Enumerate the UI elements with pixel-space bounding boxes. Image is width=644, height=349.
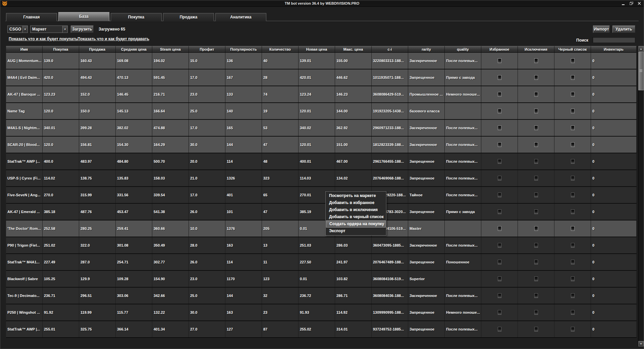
- column-header-buy[interactable]: Покупка: [43, 46, 79, 53]
- vertical-scrollbar[interactable]: ▲ ▼: [638, 46, 643, 346]
- column-header-new-price[interactable]: Новая цена: [299, 46, 335, 53]
- blacklist-checkbox[interactable]: [571, 293, 575, 298]
- minimize-icon[interactable]: [621, 1, 626, 6]
- exclusion-checkbox[interactable]: [534, 193, 538, 197]
- favorite-checkbox[interactable]: [498, 58, 501, 63]
- blacklist-checkbox[interactable]: [571, 243, 575, 248]
- favorite-checkbox[interactable]: [498, 109, 501, 113]
- favorite-checkbox[interactable]: [498, 92, 501, 97]
- favorite-checkbox[interactable]: [498, 176, 501, 181]
- favorite-checkbox[interactable]: [498, 277, 501, 281]
- exclusion-checkbox[interactable]: [534, 260, 538, 264]
- column-header-sell[interactable]: Продажа: [79, 46, 116, 53]
- load-button[interactable]: Загрузить: [71, 26, 94, 33]
- exclusion-checkbox[interactable]: [534, 327, 538, 332]
- blacklist-checkbox[interactable]: [571, 109, 575, 113]
- blacklist-checkbox[interactable]: [571, 310, 575, 315]
- table-row[interactable]: 'The Doctor' Rom...252.58280.25259.41360…: [6, 220, 637, 237]
- table-row[interactable]: P250 | Wingshot ...91.92119.99115.77132.…: [6, 304, 637, 321]
- exclusion-checkbox[interactable]: [534, 176, 538, 181]
- column-header-avg[interactable]: Средняя цена: [116, 46, 152, 53]
- table-row[interactable]: SCAR-20 | Blood...120.0156.81154.30164.2…: [6, 137, 637, 153]
- favorite-checkbox[interactable]: [498, 327, 501, 332]
- column-header-quality[interactable]: quality: [445, 46, 481, 53]
- blacklist-checkbox[interactable]: [571, 176, 575, 181]
- table-row[interactable]: StatTrak™ AWP |...400.0483.97484.80500.7…: [6, 153, 637, 170]
- column-header-favorite[interactable]: Избранное: [481, 46, 518, 53]
- column-header-name[interactable]: Имя: [6, 46, 43, 53]
- exclusion-checkbox[interactable]: [534, 109, 538, 113]
- favorite-checkbox[interactable]: [498, 142, 501, 147]
- table-row[interactable]: P90 | Trigon (Fiel...251.02322.0301.0835…: [6, 237, 637, 254]
- column-header-max-price[interactable]: Макс. цена: [335, 46, 372, 53]
- blacklist-checkbox[interactable]: [571, 327, 575, 332]
- favorite-checkbox[interactable]: [498, 260, 501, 264]
- favorite-checkbox[interactable]: [498, 310, 501, 315]
- favorite-checkbox[interactable]: [498, 193, 501, 197]
- table-row[interactable]: AUG | Momentum...139.0160.43169.08194.02…: [6, 53, 637, 69]
- menu-item-add-blacklist[interactable]: Добавить в черный список: [326, 213, 386, 220]
- close-icon[interactable]: [637, 1, 642, 6]
- column-header-ci[interactable]: c-i: [372, 46, 408, 53]
- exclusion-checkbox[interactable]: [534, 159, 538, 164]
- blacklist-checkbox[interactable]: [571, 159, 575, 164]
- blacklist-checkbox[interactable]: [571, 58, 575, 63]
- tab-sell[interactable]: Продажа: [163, 13, 214, 21]
- favorite-checkbox[interactable]: [498, 75, 501, 80]
- column-header-inventory[interactable]: Инвентарь: [591, 46, 637, 53]
- exclusion-checkbox[interactable]: [534, 226, 538, 231]
- table-row[interactable]: StatTrak™ AWP |...255.01325.75366.14401.…: [6, 321, 637, 338]
- market-select[interactable]: Маркет ▼: [30, 26, 68, 33]
- exclusion-checkbox[interactable]: [534, 209, 538, 214]
- favorite-checkbox[interactable]: [498, 159, 501, 164]
- scroll-down-icon[interactable]: ▼: [638, 341, 644, 346]
- exclusion-checkbox[interactable]: [534, 310, 538, 315]
- import-button[interactable]: Импорт: [593, 26, 610, 33]
- blacklist-checkbox[interactable]: [571, 92, 575, 97]
- show-buy-link[interactable]: Показать что и как будет покупать: [9, 37, 77, 41]
- table-row[interactable]: Tec-9 | Decimato...236.71296.51303.06342…: [6, 288, 637, 304]
- blacklist-checkbox[interactable]: [571, 75, 575, 80]
- favorite-checkbox[interactable]: [498, 293, 501, 298]
- table-row[interactable]: StatTrak™ M4A1...227.49287.0254.71302.77…: [6, 254, 637, 271]
- scrollbar-thumb[interactable]: [638, 52, 644, 90]
- column-header-exclusion[interactable]: Исключения: [518, 46, 554, 53]
- exclusion-checkbox[interactable]: [534, 58, 538, 63]
- table-row[interactable]: M4A4 | Evil Daim...420.0494.43470.13591.…: [6, 69, 637, 86]
- tab-main[interactable]: Главная: [6, 13, 57, 21]
- blacklist-checkbox[interactable]: [571, 226, 575, 231]
- blacklist-checkbox[interactable]: [571, 260, 575, 264]
- scroll-up-icon[interactable]: ▲: [638, 46, 644, 51]
- blacklist-checkbox[interactable]: [571, 142, 575, 147]
- exclusion-checkbox[interactable]: [534, 243, 538, 248]
- favorite-checkbox[interactable]: [498, 243, 501, 248]
- exclusion-checkbox[interactable]: [534, 92, 538, 97]
- delete-button[interactable]: Удалить: [612, 26, 635, 33]
- table-row[interactable]: USP-S | Cyrex (Fi...114.02138.75135.8315…: [6, 170, 637, 187]
- table-row[interactable]: M4A1-S | Nightm...340.01399.28382.02474.…: [6, 120, 637, 137]
- table-row[interactable]: Blackwolf | Sabre105.25129.9109.28154.90…: [6, 271, 637, 288]
- favorite-checkbox[interactable]: [498, 209, 501, 214]
- column-header-qty[interactable]: Количество: [262, 46, 299, 53]
- exclusion-checkbox[interactable]: [534, 142, 538, 147]
- blacklist-checkbox[interactable]: [571, 126, 575, 130]
- menu-item-create-buy-orders[interactable]: Создать ордера на покупку: [326, 220, 386, 228]
- column-header-profit[interactable]: Профит: [189, 46, 225, 53]
- table-row[interactable]: AK-47 | Emerald ...385.18487.76453.47541…: [6, 204, 637, 220]
- tab-base[interactable]: База: [58, 12, 109, 21]
- tab-buy[interactable]: Покупка: [111, 13, 162, 21]
- search-input[interactable]: [592, 37, 635, 43]
- table-row[interactable]: Five-SeveN | Ang...270.0315.99331.56339.…: [6, 187, 637, 204]
- column-header-steam[interactable]: Steam цена: [152, 46, 189, 53]
- column-header-popularity[interactable]: Популярность: [225, 46, 262, 53]
- blacklist-checkbox[interactable]: [571, 193, 575, 197]
- favorite-checkbox[interactable]: [498, 126, 501, 130]
- favorite-checkbox[interactable]: [498, 226, 501, 231]
- blacklist-checkbox[interactable]: [571, 277, 575, 281]
- exclusion-checkbox[interactable]: [534, 293, 538, 298]
- table-row[interactable]: AK-47 | Baroque ...123.23152.0146.45216.…: [6, 86, 637, 103]
- menu-item-export[interactable]: Экспорт: [326, 228, 386, 235]
- exclusion-checkbox[interactable]: [534, 277, 538, 281]
- blacklist-checkbox[interactable]: [571, 209, 575, 214]
- exclusion-checkbox[interactable]: [534, 126, 538, 130]
